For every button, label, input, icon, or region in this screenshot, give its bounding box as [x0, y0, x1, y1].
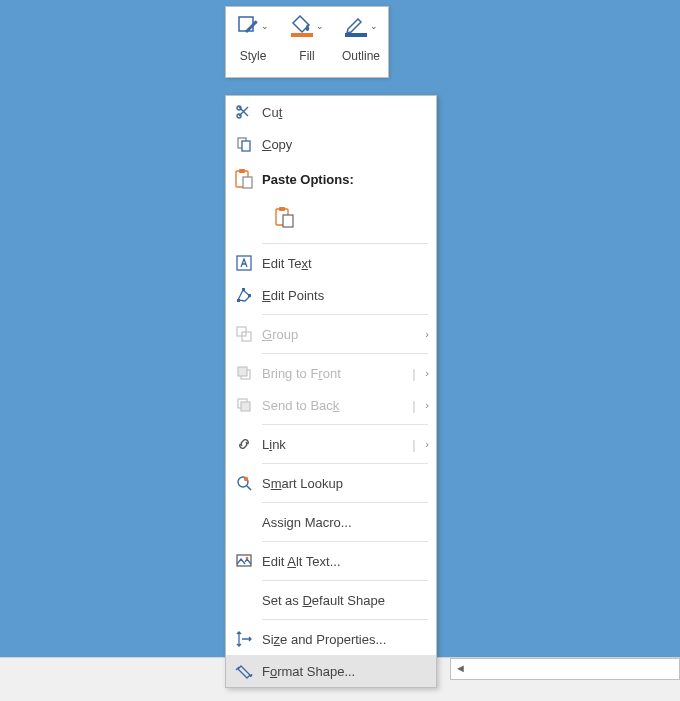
- scroll-left-icon[interactable]: ◄: [455, 662, 466, 674]
- menu-group-label: Group: [262, 327, 418, 342]
- format-shape-icon: [226, 663, 262, 679]
- menu-edit-text[interactable]: Edit Text: [226, 247, 436, 279]
- chevron-down-icon: ⌄: [261, 22, 269, 31]
- menu-smart-lookup-label: Smart Lookup: [262, 476, 436, 491]
- outline-button[interactable]: ⌄ Outline: [334, 7, 388, 77]
- menu-smart-lookup[interactable]: Smart Lookup: [226, 467, 436, 499]
- menu-copy[interactable]: Copy: [226, 128, 436, 160]
- menu-bring-to-front: Bring to Front | ›: [226, 357, 436, 389]
- paste-options-row: [226, 198, 436, 240]
- style-label: Style: [240, 49, 267, 63]
- menu-cut-label: Cut: [262, 105, 436, 120]
- split-divider: |: [410, 437, 418, 452]
- menu-format-shape-label: Format Shape...: [262, 664, 436, 679]
- svg-rect-2: [345, 33, 367, 37]
- menu-cut[interactable]: Cut: [226, 96, 436, 128]
- svg-rect-9: [243, 177, 252, 188]
- style-button[interactable]: ⌄ Style: [226, 7, 280, 77]
- menu-bring-front-label: Bring to Front: [262, 366, 410, 381]
- menu-send-to-back: Send to Back | ›: [226, 389, 436, 421]
- mini-toolbar: ⌄ Style ⌄ Fill ⌄ Out: [225, 6, 389, 78]
- bring-front-icon: [226, 365, 262, 381]
- svg-line-24: [247, 486, 251, 490]
- chevron-down-icon: ⌄: [316, 22, 324, 31]
- chevron-right-icon: ›: [418, 438, 436, 450]
- menu-send-back-label: Send to Back: [262, 398, 410, 413]
- separator: [262, 424, 428, 425]
- menu-size-label: Size and Properties...: [262, 632, 436, 647]
- menu-edit-alt-text[interactable]: Edit Alt Text...: [226, 545, 436, 577]
- separator: [262, 463, 428, 464]
- copy-icon: [226, 136, 262, 152]
- separator: [262, 243, 428, 244]
- fill-button[interactable]: ⌄ Fill: [280, 7, 334, 77]
- send-back-icon: [226, 397, 262, 413]
- svg-rect-1: [291, 33, 313, 37]
- menu-set-default-shape[interactable]: Set as Default Shape: [226, 584, 436, 616]
- chevron-right-icon: ›: [418, 328, 436, 340]
- menu-link-label: Link: [262, 437, 410, 452]
- svg-point-4: [237, 106, 241, 110]
- separator: [262, 502, 428, 503]
- split-divider: |: [410, 398, 418, 413]
- chevron-down-icon: ⌄: [370, 22, 378, 31]
- separator: [262, 580, 428, 581]
- separator: [262, 619, 428, 620]
- svg-point-25: [244, 477, 248, 481]
- svg-rect-14: [237, 299, 240, 302]
- svg-rect-11: [279, 207, 285, 211]
- menu-paste-options: Paste Options:: [226, 160, 436, 198]
- svg-rect-16: [248, 294, 251, 297]
- context-menu: Cut Copy Paste Options: Edit Text Edit P…: [225, 95, 437, 688]
- link-icon: [226, 436, 262, 452]
- separator: [262, 314, 428, 315]
- alt-text-icon: [226, 553, 262, 569]
- svg-rect-6: [242, 141, 250, 151]
- svg-rect-20: [238, 367, 247, 376]
- svg-rect-8: [239, 169, 245, 173]
- smart-lookup-icon: [226, 475, 262, 491]
- paste-options-label: Paste Options:: [262, 172, 436, 187]
- outline-pen-icon: [344, 15, 368, 37]
- menu-edit-points[interactable]: Edit Points: [226, 279, 436, 311]
- menu-copy-label: Copy: [262, 137, 436, 152]
- outline-label: Outline: [342, 49, 380, 63]
- menu-alt-text-label: Edit Alt Text...: [262, 554, 436, 569]
- svg-rect-12: [283, 215, 293, 227]
- menu-group: Group ›: [226, 318, 436, 350]
- scissors-icon: [226, 104, 262, 120]
- fill-bucket-icon: [290, 15, 314, 37]
- chevron-right-icon: ›: [418, 399, 436, 411]
- split-divider: |: [410, 366, 418, 381]
- shape-style-icon: [237, 15, 259, 37]
- paste-keep-source-button[interactable]: [270, 204, 300, 234]
- fill-label: Fill: [299, 49, 314, 63]
- menu-assign-macro[interactable]: Assign Macro...: [226, 506, 436, 538]
- edit-points-icon: [226, 287, 262, 303]
- clipboard-icon: [226, 169, 262, 189]
- menu-assign-macro-label: Assign Macro...: [262, 515, 436, 530]
- separator: [262, 353, 428, 354]
- group-icon: [226, 326, 262, 342]
- menu-size-properties[interactable]: Size and Properties...: [226, 623, 436, 655]
- svg-point-27: [246, 557, 249, 560]
- horizontal-scrollbar[interactable]: ◄: [450, 658, 680, 680]
- svg-rect-22: [241, 402, 250, 411]
- edit-text-icon: [226, 255, 262, 271]
- menu-edit-points-label: Edit Points: [262, 288, 436, 303]
- menu-link[interactable]: Link | ›: [226, 428, 436, 460]
- chevron-right-icon: ›: [418, 367, 436, 379]
- menu-set-default-label: Set as Default Shape: [262, 593, 436, 608]
- separator: [262, 541, 428, 542]
- paste-clipboard-icon: [275, 207, 295, 232]
- menu-format-shape[interactable]: Format Shape...: [226, 655, 436, 687]
- svg-rect-15: [242, 288, 245, 291]
- menu-edit-text-label: Edit Text: [262, 256, 436, 271]
- size-icon: [226, 631, 262, 647]
